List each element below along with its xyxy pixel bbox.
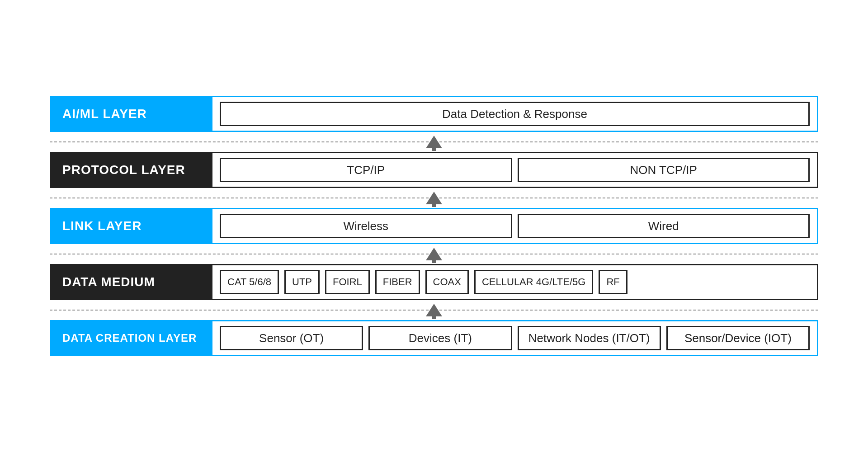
- protocol-layer-row: PROTOCOL LAYER TCP/IP NON TCP/IP: [50, 152, 818, 188]
- data-creation-layer-row: DATA CREATION LAYER Sensor (OT) Devices …: [50, 320, 818, 356]
- protocol-layer-content: TCP/IP NON TCP/IP: [212, 152, 818, 188]
- creation-item-3: Sensor/Device (IOT): [666, 326, 810, 350]
- medium-item-1: UTP: [284, 270, 320, 294]
- medium-item-6: RF: [599, 270, 627, 294]
- link-layer-content: Wireless Wired: [212, 208, 818, 244]
- separator-4: [50, 300, 818, 320]
- creation-item-2: Network Nodes (IT/OT): [518, 326, 661, 350]
- data-creation-layer-label: DATA CREATION LAYER: [50, 320, 212, 356]
- arrow-up-2: [426, 192, 442, 204]
- creation-item-0: Sensor (OT): [220, 326, 363, 350]
- link-item-0: Wireless: [220, 214, 512, 238]
- data-creation-layer-content: Sensor (OT) Devices (IT) Network Nodes (…: [212, 320, 818, 356]
- link-layer-label: LINK LAYER: [50, 208, 212, 244]
- medium-item-0: CAT 5/6/8: [220, 270, 279, 294]
- protocol-item-1: NON TCP/IP: [518, 158, 810, 182]
- separator-2: [50, 188, 818, 208]
- medium-item-3: FIBER: [375, 270, 420, 294]
- data-medium-layer-row: DATA MEDIUM CAT 5/6/8 UTP FOIRL FIBER CO…: [50, 264, 818, 300]
- creation-item-1: Devices (IT): [368, 326, 512, 350]
- arrow-up-4: [426, 304, 442, 316]
- data-medium-layer-label: DATA MEDIUM: [50, 264, 212, 300]
- medium-item-5: CELLULAR 4G/LTE/5G: [474, 270, 593, 294]
- link-item-1: Wired: [518, 214, 810, 238]
- separator-1: [50, 132, 818, 152]
- network-diagram: AI/ML LAYER Data Detection & Response PR…: [50, 60, 818, 392]
- medium-item-4: COAX: [425, 270, 469, 294]
- aiml-item-0: Data Detection & Response: [220, 102, 810, 126]
- link-layer-row: LINK LAYER Wireless Wired: [50, 208, 818, 244]
- protocol-layer-label: PROTOCOL LAYER: [50, 152, 212, 188]
- data-medium-layer-content: CAT 5/6/8 UTP FOIRL FIBER COAX CELLULAR …: [212, 264, 818, 300]
- separator-3: [50, 244, 818, 264]
- aiml-layer-row: AI/ML LAYER Data Detection & Response: [50, 96, 818, 132]
- arrow-up-1: [426, 136, 442, 148]
- arrow-up-3: [426, 248, 442, 260]
- protocol-item-0: TCP/IP: [220, 158, 512, 182]
- aiml-layer-content: Data Detection & Response: [212, 96, 818, 132]
- aiml-layer-label: AI/ML LAYER: [50, 96, 212, 132]
- medium-item-2: FOIRL: [325, 270, 370, 294]
